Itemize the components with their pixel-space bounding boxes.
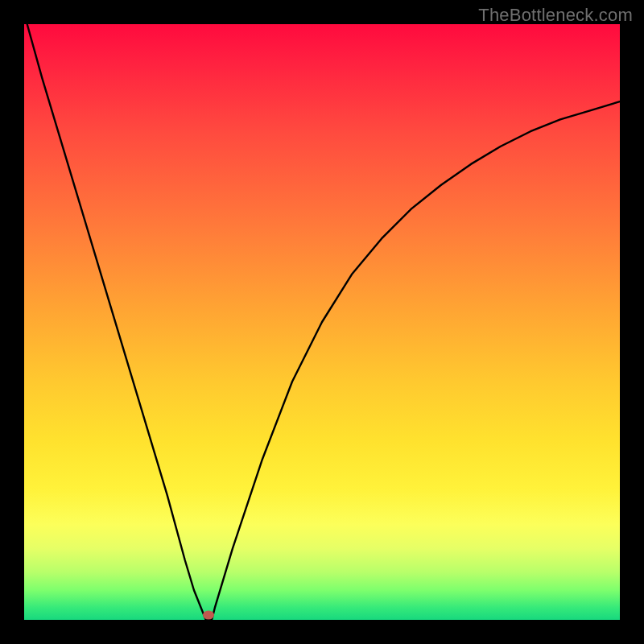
- chart-frame: TheBottleneck.com: [0, 0, 644, 644]
- curve-svg: [24, 24, 620, 620]
- optimum-marker: [203, 611, 214, 620]
- bottleneck-curve: [27, 24, 620, 620]
- watermark-text: TheBottleneck.com: [478, 5, 633, 26]
- plot-area: [24, 24, 620, 620]
